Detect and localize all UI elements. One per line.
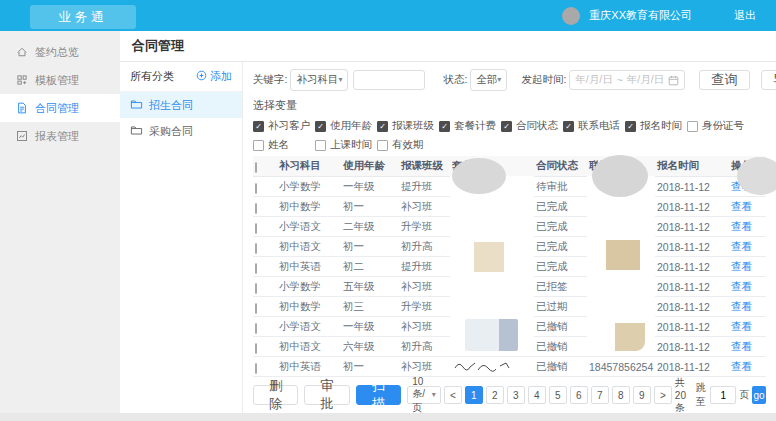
checkbox-icon (687, 121, 698, 132)
row-checkbox[interactable] (255, 183, 257, 194)
column-toggle[interactable]: 身份证号 (687, 119, 749, 133)
app-logo[interactable]: 业务通 (30, 5, 136, 29)
column-toggle[interactable]: 姓名 (253, 138, 315, 152)
cell-age: 初一 (341, 237, 399, 257)
cell-date: 2018-11-12 (655, 237, 729, 257)
row-checkbox[interactable] (255, 303, 257, 314)
date-range-picker[interactable]: 年/月/日 ~ 年/月/日 (569, 70, 685, 90)
sidebar-item-templates[interactable]: 模板管理 (0, 66, 120, 94)
row-checkbox[interactable] (255, 223, 257, 234)
table-row: 小学数学一年级提升班待审批2018-11-12查看 (253, 177, 766, 197)
column-toggle-label: 报名时间 (640, 119, 682, 133)
approve-button[interactable]: 审批 (304, 385, 349, 405)
add-category-button[interactable]: 添加 (196, 69, 232, 84)
page-button-2[interactable]: 2 (486, 386, 504, 404)
table-header-cell: 补习科目 (277, 156, 341, 177)
page-size-select[interactable]: 10条/页 ▾ (407, 386, 441, 404)
page-button-5[interactable]: 5 (549, 386, 567, 404)
checkbox-icon (377, 140, 388, 151)
view-link[interactable]: 查看 (731, 260, 752, 272)
cell-phone: 18457856254 (587, 357, 655, 377)
page-button-6[interactable]: 6 (570, 386, 588, 404)
sidebar-item-reports[interactable]: 报表管理 (0, 122, 120, 150)
table-header-cell (253, 156, 277, 177)
page-button-8[interactable]: 8 (612, 386, 630, 404)
checkbox-icon (315, 140, 326, 151)
column-toggle[interactable]: 有效期 (377, 138, 439, 152)
search-button[interactable]: 查询 (699, 70, 750, 90)
cell-fee (450, 237, 534, 257)
jump-page-input[interactable] (710, 386, 736, 404)
column-toggle[interactable]: ✓补习客户 (253, 119, 315, 133)
keyword-field-select[interactable]: 补习科目 ▾ (290, 69, 348, 91)
cell-class_name: 初升高 (399, 337, 450, 357)
view-link[interactable]: 查看 (731, 280, 752, 292)
row-checkbox[interactable] (255, 363, 257, 374)
logout-link[interactable]: 退出 (734, 8, 756, 23)
row-checkbox[interactable] (255, 243, 257, 254)
sidebar-item-overview[interactable]: 签约总览 (0, 38, 120, 66)
category-panel: 所有分类 添加 招生合同采购合同 (120, 62, 243, 413)
page-button-7[interactable]: 7 (591, 386, 609, 404)
view-link[interactable]: 查看 (731, 300, 752, 312)
sidebar-item-contracts[interactable]: 合同管理 (0, 94, 120, 122)
page-button-3[interactable]: 3 (507, 386, 525, 404)
page-button-1[interactable]: 1 (465, 386, 483, 404)
column-toggle-label: 联系电话 (578, 119, 620, 133)
delete-button[interactable]: 删除 (253, 385, 298, 405)
row-checkbox[interactable] (255, 203, 257, 214)
column-toggle[interactable]: ✓套餐计费 (439, 119, 501, 133)
view-link[interactable]: 查看 (731, 240, 752, 252)
row-checkbox[interactable] (255, 263, 257, 274)
row-select-cell (253, 237, 277, 257)
column-toggle[interactable]: ✓合同状态 (501, 119, 563, 133)
keyword-field-value: 补习科目 (296, 73, 338, 87)
report-icon (16, 130, 28, 142)
category-item-enrollment[interactable]: 招生合同 (120, 92, 242, 118)
keyword-input[interactable] (353, 70, 425, 90)
cell-date: 2018-11-12 (655, 177, 729, 197)
view-link[interactable]: 查看 (731, 360, 752, 372)
prev-page-button[interactable]: < (444, 386, 462, 404)
page-button-4[interactable]: 4 (528, 386, 546, 404)
export-button[interactable]: 导出 (761, 70, 776, 90)
go-button[interactable]: go (752, 386, 766, 404)
main-panel: 关键字: 补习科目 ▾ 状态: 全部 ▾ 发起时间: (243, 62, 776, 413)
cell-fee (450, 217, 534, 237)
category-item-purchase[interactable]: 采购合同 (120, 118, 242, 144)
next-page-button[interactable]: > (654, 386, 672, 404)
topbar: 业务通 重庆XX教育有限公司 退出 (0, 0, 776, 31)
status-value: 全部 (476, 73, 497, 87)
row-checkbox[interactable] (255, 283, 257, 294)
table-row: 初中英语初一补习班已撤销184578562542018-11-12查看 (253, 357, 766, 377)
column-toggle[interactable]: ✓报课班级 (377, 119, 439, 133)
view-link[interactable]: 查看 (731, 200, 752, 212)
view-link[interactable]: 查看 (731, 340, 752, 352)
column-toggle[interactable]: ✓使用年龄 (315, 119, 377, 133)
table-header-row: 补习科目使用年龄报课班级套餐计费合同状态联系电话报名时间操作 (253, 156, 766, 177)
select-all-checkbox[interactable] (255, 162, 257, 173)
view-link[interactable]: 查看 (731, 180, 752, 192)
cell-status: 已完成 (534, 237, 587, 257)
avatar[interactable] (562, 7, 580, 25)
cell-class_name: 补习班 (399, 357, 450, 377)
status-select[interactable]: 全部 ▾ (470, 69, 507, 91)
view-link[interactable]: 查看 (731, 320, 752, 332)
main-sidebar: 签约总览模板管理合同管理报表管理 (0, 31, 120, 413)
column-toggle[interactable]: ✓报名时间 (625, 119, 687, 133)
row-checkbox[interactable] (255, 343, 257, 354)
cell-phone (587, 177, 655, 197)
cell-fee (450, 277, 534, 297)
table-row: 小学数学五年级补习班已拒签2018-11-12查看 (253, 277, 766, 297)
cell-status: 已完成 (534, 257, 587, 277)
cell-status: 已撤销 (534, 337, 587, 357)
page-button-9[interactable]: 9 (633, 386, 651, 404)
row-checkbox[interactable] (255, 323, 257, 334)
column-toggle[interactable]: 上课时间 (315, 138, 377, 152)
cell-status: 已拒签 (534, 277, 587, 297)
column-toggle[interactable]: ✓联系电话 (563, 119, 625, 133)
table-header-cell: 联系电话 (587, 156, 655, 177)
scan-button[interactable]: 扫描 (356, 385, 401, 405)
page-number-list: 123456789 (465, 386, 651, 404)
view-link[interactable]: 查看 (731, 220, 752, 232)
